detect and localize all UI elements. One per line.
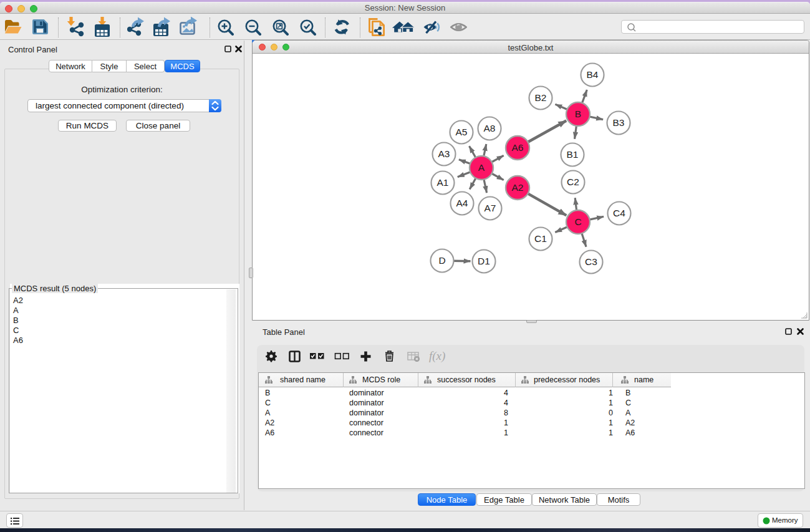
svg-text:B1: B1	[567, 149, 579, 160]
svg-text:C4: C4	[613, 208, 625, 218]
svg-text:D: D	[438, 255, 445, 266]
svg-text:C1: C1	[534, 233, 547, 244]
svg-text:B: B	[575, 109, 581, 119]
svg-text:B2: B2	[535, 92, 547, 103]
svg-text:C: C	[574, 216, 581, 227]
svg-text:A2: A2	[512, 182, 524, 193]
svg-text:A4: A4	[456, 198, 468, 208]
svg-text:A6: A6	[512, 142, 524, 153]
svg-text:A8: A8	[484, 123, 496, 133]
svg-text:A: A	[478, 162, 485, 173]
svg-text:A3: A3	[438, 148, 450, 159]
svg-text:D1: D1	[478, 256, 490, 266]
svg-text:C2: C2	[567, 177, 579, 187]
svg-text:B3: B3	[613, 117, 625, 128]
svg-text:A1: A1	[437, 177, 449, 188]
svg-text:B4: B4	[587, 69, 599, 80]
svg-text:A7: A7	[485, 203, 496, 213]
svg-text:A5: A5	[456, 127, 468, 137]
svg-text:C3: C3	[585, 256, 597, 267]
